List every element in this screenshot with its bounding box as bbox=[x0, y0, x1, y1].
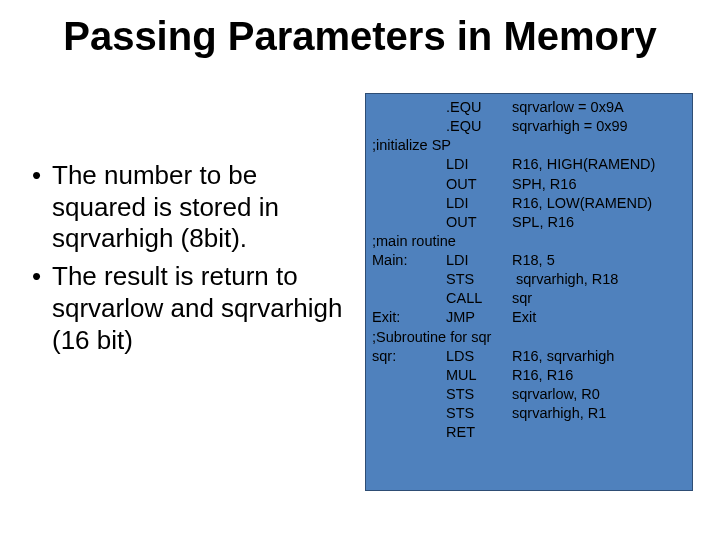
code-operand: sqrvarhigh, R1 bbox=[512, 404, 686, 423]
code-operand: sqr bbox=[512, 289, 686, 308]
code-operand bbox=[512, 423, 686, 442]
code-label bbox=[372, 213, 446, 232]
code-opcode: MUL bbox=[446, 366, 512, 385]
code-operand: R18, 5 bbox=[512, 251, 686, 270]
code-opcode: .EQU bbox=[446, 98, 512, 117]
code-comment: ;Subroutine for sqr bbox=[372, 328, 686, 347]
code-label: Main: bbox=[372, 251, 446, 270]
code-line: LDIR16, LOW(RAMEND) bbox=[372, 194, 686, 213]
code-operand: SPL, R16 bbox=[512, 213, 686, 232]
bullet-column: The number to be squared is stored in sq… bbox=[30, 160, 350, 362]
code-label bbox=[372, 175, 446, 194]
code-operand: R16, HIGH(RAMEND) bbox=[512, 155, 686, 174]
code-operand: SPH, R16 bbox=[512, 175, 686, 194]
code-label: sqr: bbox=[372, 347, 446, 366]
code-opcode: STS bbox=[446, 404, 512, 423]
code-operand: R16, R16 bbox=[512, 366, 686, 385]
code-line: ;Subroutine for sqr bbox=[372, 328, 686, 347]
code-line: ;initialize SP bbox=[372, 136, 686, 155]
code-line: OUTSPH, R16 bbox=[372, 175, 686, 194]
code-opcode: RET bbox=[446, 423, 512, 442]
code-line: Main:LDIR18, 5 bbox=[372, 251, 686, 270]
code-opcode: LDS bbox=[446, 347, 512, 366]
code-block: .EQUsqrvarlow = 0x9A.EQUsqrvarhigh = 0x9… bbox=[365, 93, 693, 491]
code-operand: sqrvarlow = 0x9A bbox=[512, 98, 686, 117]
code-label bbox=[372, 385, 446, 404]
code-line: STSsqrvarhigh, R1 bbox=[372, 404, 686, 423]
code-line: MULR16, R16 bbox=[372, 366, 686, 385]
code-line: STS sqrvarhigh, R18 bbox=[372, 270, 686, 289]
code-line: OUTSPL, R16 bbox=[372, 213, 686, 232]
code-label bbox=[372, 155, 446, 174]
code-line: CALLsqr bbox=[372, 289, 686, 308]
bullet-item: The result is return to sqrvarlow and sq… bbox=[30, 261, 350, 356]
code-operand: sqrvarhigh = 0x99 bbox=[512, 117, 686, 136]
code-operand: Exit bbox=[512, 308, 686, 327]
code-label bbox=[372, 404, 446, 423]
code-label bbox=[372, 117, 446, 136]
code-operand: R16, sqrvarhigh bbox=[512, 347, 686, 366]
code-line: .EQUsqrvarlow = 0x9A bbox=[372, 98, 686, 117]
slide-title: Passing Parameters in Memory bbox=[0, 14, 720, 59]
code-opcode: JMP bbox=[446, 308, 512, 327]
slide: Passing Parameters in Memory The number … bbox=[0, 0, 720, 540]
code-line: ;main routine bbox=[372, 232, 686, 251]
code-opcode: OUT bbox=[446, 175, 512, 194]
code-label bbox=[372, 289, 446, 308]
code-operand: sqrvarhigh, R18 bbox=[512, 270, 686, 289]
code-label bbox=[372, 423, 446, 442]
code-label bbox=[372, 194, 446, 213]
code-opcode: LDI bbox=[446, 155, 512, 174]
code-operand: R16, LOW(RAMEND) bbox=[512, 194, 686, 213]
code-operand: sqrvarlow, R0 bbox=[512, 385, 686, 404]
code-opcode: CALL bbox=[446, 289, 512, 308]
code-line: RET bbox=[372, 423, 686, 442]
code-opcode: STS bbox=[446, 270, 512, 289]
code-opcode: OUT bbox=[446, 213, 512, 232]
code-label bbox=[372, 98, 446, 117]
code-line: sqr:LDSR16, sqrvarhigh bbox=[372, 347, 686, 366]
code-opcode: LDI bbox=[446, 194, 512, 213]
code-opcode: STS bbox=[446, 385, 512, 404]
code-label bbox=[372, 366, 446, 385]
code-line: Exit:JMPExit bbox=[372, 308, 686, 327]
code-label: Exit: bbox=[372, 308, 446, 327]
code-label bbox=[372, 270, 446, 289]
code-line: LDIR16, HIGH(RAMEND) bbox=[372, 155, 686, 174]
bullet-list: The number to be squared is stored in sq… bbox=[30, 160, 350, 356]
code-comment: ;main routine bbox=[372, 232, 686, 251]
code-line: STSsqrvarlow, R0 bbox=[372, 385, 686, 404]
code-opcode: .EQU bbox=[446, 117, 512, 136]
code-comment: ;initialize SP bbox=[372, 136, 686, 155]
bullet-item: The number to be squared is stored in sq… bbox=[30, 160, 350, 255]
code-opcode: LDI bbox=[446, 251, 512, 270]
code-line: .EQUsqrvarhigh = 0x99 bbox=[372, 117, 686, 136]
